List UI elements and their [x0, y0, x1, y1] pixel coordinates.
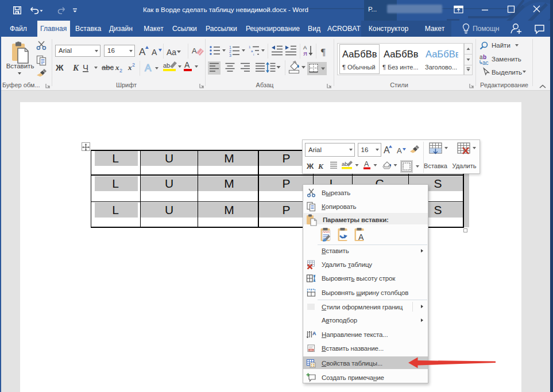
svg-text:K: K [72, 63, 79, 72]
svg-text:A: A [192, 46, 197, 55]
svg-text:Я: Я [303, 51, 307, 57]
svg-text:¶: ¶ [321, 46, 326, 57]
svg-text:А: А [364, 160, 369, 168]
svg-text:A: A [384, 145, 390, 155]
svg-text:ab: ab [342, 161, 348, 167]
svg-text:А: А [184, 60, 190, 69]
svg-text:x: x [115, 63, 119, 72]
svg-text:А: А [303, 44, 307, 51]
svg-text:Ж: Ж [55, 63, 64, 72]
svg-text:Aa: Aa [167, 48, 176, 57]
svg-text:Ж: Ж [306, 162, 314, 170]
svg-text:1: 1 [249, 45, 251, 49]
svg-text:2: 2 [119, 68, 122, 73]
svg-text:ac: ac [482, 60, 489, 66]
svg-text:A: A [145, 63, 152, 73]
svg-text:1: 1 [229, 45, 231, 49]
svg-text:2: 2 [229, 49, 231, 53]
svg-text:A: A [358, 232, 364, 242]
svg-text:Ч: Ч [83, 63, 88, 72]
svg-text:x: x [127, 63, 132, 72]
svg-text:i: i [253, 53, 254, 56]
svg-text:А: А [312, 331, 316, 336]
svg-text:2: 2 [132, 62, 135, 68]
svg-text:K: K [318, 162, 324, 170]
svg-text:A: A [139, 46, 146, 57]
svg-text:ab: ab [163, 62, 170, 69]
svg-text:A: A [397, 146, 402, 155]
svg-text:3: 3 [229, 53, 231, 57]
svg-text:A: A [152, 48, 157, 57]
svg-text:abc: abc [102, 63, 114, 72]
svg-text:a: a [251, 49, 253, 53]
